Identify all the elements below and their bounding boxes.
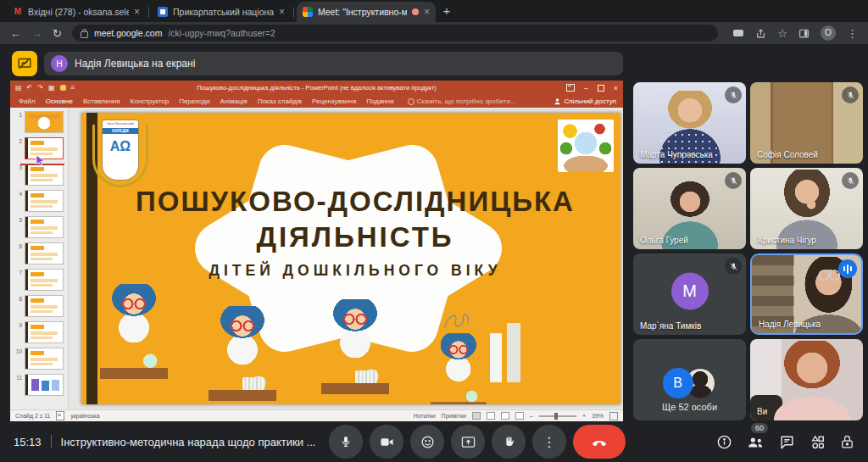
browser-menu-icon[interactable]: ⋮ [847,28,858,39]
more-participants-tile[interactable]: В Ще 52 особи [633,339,746,420]
comments-button[interactable]: Примітки [442,413,466,419]
ribbon-tab-view[interactable]: Подання [361,97,398,105]
fit-slide-icon[interactable] [609,412,618,420]
meeting-info: 15:13 Інструктивно-методична нарада щодо… [14,421,315,462]
slide-thumb-9[interactable] [25,321,64,343]
slide-thumb-6[interactable] [25,242,64,264]
ribbon-tab-design[interactable]: Конструктор [125,97,175,105]
tell-me-box[interactable]: Скажіть, що потрібно зробити... [408,97,516,105]
more-options-button[interactable]: ⋮ [532,425,566,459]
slide-thumb-5[interactable] [25,216,64,238]
ribbon-tab-review[interactable]: Рецензування [307,97,361,105]
thumbnail-item[interactable]: 9 [14,321,68,343]
leave-call-button[interactable] [573,425,626,459]
participant-tile-nadiia-speaking[interactable]: Надія Левицька [750,253,863,335]
view-reading-icon[interactable] [501,412,509,420]
tab-gmail[interactable]: M Вхідні (278) - oksana.selepiy@pn × [7,2,146,22]
slide-thumb-11[interactable] [25,374,64,396]
thumbnail-item[interactable]: 7 [14,269,68,291]
reload-icon[interactable]: ↻ [53,28,62,39]
new-tab-button[interactable]: + [436,2,458,22]
slide-thumbnail-panel[interactable]: 1 2 3 4 5 6 7 8 9 10 11 [10,108,69,409]
share-button[interactable]: Спільний доступ [554,97,616,105]
view-normal-icon[interactable] [472,412,481,420]
meeting-details-icon[interactable] [716,434,732,450]
participants-button[interactable]: 60 [747,434,765,450]
participant-tile-mariana[interactable]: М Мар`яна Тимків [633,253,746,335]
self-view-tile[interactable]: Ви [750,339,863,420]
tab-university[interactable]: Прикарпатський національний × [152,2,291,22]
slide-thumb-8[interactable] [25,295,64,317]
participant-tile-sofiia[interactable]: Софія Соловей [750,82,863,164]
reactions-button[interactable] [410,425,444,459]
ribbon-tab-animations[interactable]: Анімація [214,97,252,105]
qat-menu-icon[interactable]: ≡ [71,84,75,92]
redo-icon[interactable]: ↷ [37,84,43,92]
participant-tile-khrystyna[interactable]: Христина Чігур [750,168,863,249]
raise-hand-button[interactable] [492,425,526,459]
close-icon[interactable]: × [134,7,140,17]
thumbnail-item[interactable]: 10 [14,348,68,370]
restore-icon[interactable] [598,85,604,92]
slide-editing-area[interactable]: ПОШУКОВО-ДОСЛІДНИЦЬКА ДІЯЛЬНІСТЬ ДІТЕЙ Д… [69,108,623,409]
close-icon[interactable]: × [279,7,285,17]
profile-avatar[interactable]: O [821,25,836,41]
ribbon-display-icon[interactable] [566,84,575,92]
zoom-out-icon[interactable]: – [530,413,533,419]
minimize-icon[interactable]: – [584,84,588,92]
zoom-level[interactable]: 39% [592,413,604,419]
share-icon[interactable] [755,28,766,39]
spellcheck-icon[interactable] [56,411,64,420]
ribbon-tab-file[interactable]: Файл [14,97,41,105]
close-icon[interactable]: × [614,84,618,92]
slide-thumb-1[interactable] [25,111,64,133]
zoom-in-icon[interactable]: + [582,413,586,419]
slideshow-icon[interactable]: ▦ [48,84,55,92]
save-icon[interactable]: ▤ [15,84,22,92]
zoom-slider[interactable] [539,415,576,417]
highlight-icon[interactable] [60,85,66,91]
back-icon[interactable]: ← [10,28,21,39]
thumbnail-item[interactable]: 5 [14,216,68,238]
close-icon[interactable]: × [424,7,430,17]
current-slide[interactable]: ПОШУКОВО-ДОСЛІДНИЦЬКА ДІЯЛЬНІСТЬ ДІТЕЙ Д… [81,113,620,404]
chat-icon[interactable] [779,434,795,450]
bookmark-star-icon[interactable]: ☆ [777,28,787,39]
mic-button[interactable] [329,425,363,459]
thumbnail-item[interactable]: 8 [14,295,68,317]
slide-thumb-7[interactable] [25,269,64,291]
activities-icon[interactable] [810,434,826,450]
ribbon-tab-transitions[interactable]: Переходи [174,97,214,105]
undo-icon[interactable]: ↶ [27,84,33,92]
host-controls-icon[interactable] [840,434,854,450]
slide-thumb-4[interactable] [25,190,64,212]
present-button[interactable] [451,425,485,459]
forward-icon[interactable]: → [31,28,42,39]
side-panel-icon[interactable] [798,28,810,39]
zoom-slider-thumb[interactable] [554,413,558,420]
thumbnail-item[interactable]: 6 [14,242,68,264]
thumbnail-item[interactable]: 4 [14,190,68,212]
camera-button[interactable] [370,425,403,459]
address-bar[interactable]: meet.google.com/cki-ugpy-mwq?authuser=2 [72,25,718,42]
notes-button[interactable]: Нотатки [414,413,436,419]
view-sorter-icon[interactable] [487,412,495,420]
shared-screen-powerpoint[interactable]: ▤ ↶ ↷ ▦ ≡ Пошуково-дослідницька діяльніс… [10,81,623,421]
language-label[interactable]: українська [70,413,99,419]
tab-sharing-icon[interactable] [732,28,744,38]
ribbon-tab-slideshow[interactable]: Показ слайдів [253,97,307,105]
participant-tile-olha[interactable]: Ольга Гурей [633,168,746,249]
stop-presenting-button[interactable] [12,51,37,76]
pp-titlebar: ▤ ↶ ↷ ▦ ≡ Пошуково-дослідницька діяльніс… [10,81,623,95]
person-icon [554,98,560,105]
thumbnail-item[interactable]: 1 [14,111,68,133]
view-slideshow-icon[interactable] [515,412,524,420]
tab-meet-active[interactable]: Meet: "Інструктивно-методи × [297,2,436,22]
slide-thumb-10[interactable] [25,348,64,370]
ribbon-tab-insert[interactable]: Вставлення [78,97,125,105]
presenting-banner[interactable]: Н Надія Левицька на екрані [44,52,623,75]
participant-tile-marta[interactable]: Марта Чупровська [633,82,746,164]
mic-off-icon [846,176,855,186]
ribbon-tab-home[interactable]: Основне [41,97,78,105]
thumbnail-item[interactable]: 11 [14,374,68,396]
